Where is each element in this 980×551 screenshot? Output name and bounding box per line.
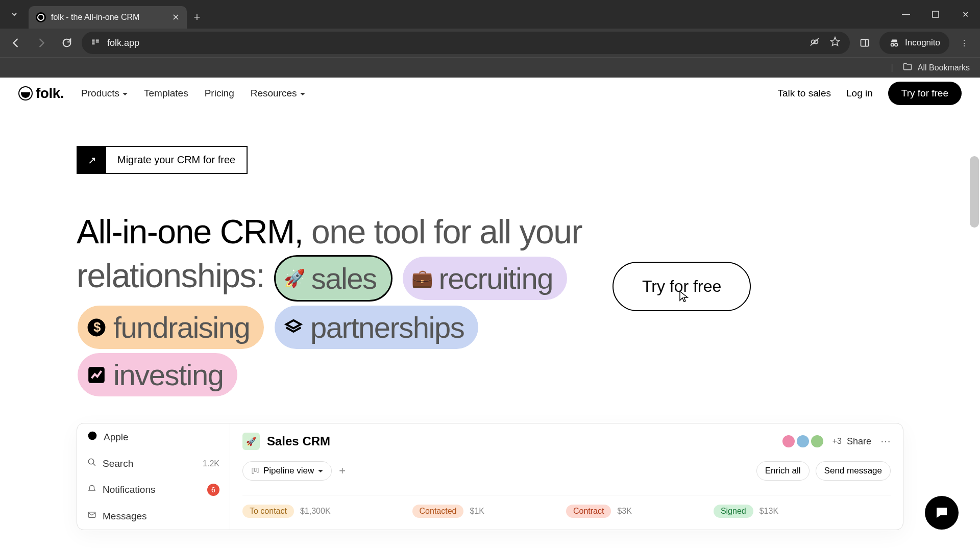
sidebar-messages[interactable]: Messages bbox=[77, 503, 230, 529]
login-link[interactable]: Log in bbox=[846, 88, 873, 99]
pipeline-view-selector[interactable]: Pipeline view bbox=[242, 461, 332, 481]
search-count: 1.2K bbox=[203, 459, 219, 468]
browser-tab-strip: folk - the All-in-one CRM ✕ + — ✕ bbox=[0, 0, 980, 29]
pill-recruiting-label: recruiting bbox=[438, 260, 553, 297]
svg-rect-5 bbox=[96, 41, 99, 42]
crm-rocket-icon: 🚀 bbox=[242, 433, 260, 450]
reload-button[interactable] bbox=[56, 32, 78, 54]
kanban-icon bbox=[251, 467, 259, 475]
svg-rect-4 bbox=[96, 39, 99, 40]
stage-amount: $13K bbox=[760, 507, 778, 516]
nav-products-label: Products bbox=[81, 88, 119, 99]
new-tab-button[interactable]: + bbox=[187, 6, 207, 29]
workspace-name: Apple bbox=[104, 432, 129, 443]
browser-tab[interactable]: folk - the All-in-one CRM ✕ bbox=[29, 6, 187, 29]
svg-line-19 bbox=[93, 464, 95, 466]
svg-point-18 bbox=[88, 459, 94, 465]
browser-menu-button[interactable]: ⋮ bbox=[953, 32, 975, 54]
all-bookmarks-link[interactable]: All Bookmarks bbox=[918, 63, 970, 72]
side-panel-button[interactable] bbox=[854, 32, 875, 54]
layers-icon bbox=[283, 317, 304, 338]
svg-rect-3 bbox=[92, 43, 94, 44]
workspace-logo-icon bbox=[87, 431, 97, 443]
preview-title: Sales CRM bbox=[267, 434, 330, 448]
tabs-dropdown-button[interactable] bbox=[0, 0, 29, 29]
pill-fundraising[interactable]: $ fundraising bbox=[78, 306, 264, 349]
maximize-button[interactable] bbox=[921, 0, 950, 29]
logo-text: folk. bbox=[36, 85, 64, 102]
pill-partnerships-label: partnerships bbox=[310, 309, 464, 346]
enrich-all-button[interactable]: Enrich all bbox=[756, 461, 810, 481]
site-logo[interactable]: folk. bbox=[18, 85, 64, 102]
sidebar-search[interactable]: Search 1.2K bbox=[77, 450, 230, 477]
nav-pricing[interactable]: Pricing bbox=[205, 88, 234, 99]
forward-button[interactable] bbox=[31, 32, 52, 54]
more-menu-button[interactable]: ⋯ bbox=[880, 435, 891, 447]
folder-icon bbox=[902, 62, 913, 74]
notifications-label: Notifications bbox=[103, 484, 156, 495]
migrate-crm-button[interactable]: ↗ Migrate your CRM for free bbox=[77, 146, 248, 174]
nav-resources[interactable]: Resources bbox=[251, 88, 305, 99]
cursor-icon bbox=[679, 290, 689, 304]
app-preview: Apple Search 1.2K Notifications 6 bbox=[77, 423, 903, 530]
svg-point-11 bbox=[891, 43, 894, 46]
pill-investing-label: investing bbox=[113, 356, 223, 393]
logo-mark-icon bbox=[18, 86, 33, 101]
talk-to-sales-link[interactable]: Talk to sales bbox=[777, 88, 831, 99]
chevron-down-icon bbox=[122, 88, 128, 99]
avatar bbox=[810, 434, 824, 448]
pill-investing[interactable]: investing bbox=[78, 353, 237, 396]
try-for-free-header-button[interactable]: Try for free bbox=[888, 82, 962, 105]
send-message-button[interactable]: Send message bbox=[816, 461, 891, 481]
chevron-down-icon bbox=[318, 466, 323, 476]
svg-rect-9 bbox=[861, 39, 869, 46]
share-button[interactable]: Share bbox=[847, 436, 871, 447]
browser-toolbar: folk.app Incognito ⋮ bbox=[0, 29, 980, 57]
hero-headline: All-in-one CRM, one tool for all your re… bbox=[77, 211, 582, 398]
rocket-icon: 🚀 bbox=[284, 268, 305, 289]
bookmark-star-icon[interactable] bbox=[829, 36, 841, 50]
chat-widget-button[interactable] bbox=[925, 496, 959, 530]
chart-up-icon bbox=[86, 364, 107, 386]
minimize-button[interactable]: — bbox=[891, 0, 921, 29]
site-settings-icon[interactable] bbox=[91, 37, 100, 49]
address-bar[interactable]: folk.app bbox=[82, 32, 850, 54]
incognito-indicator[interactable]: Incognito bbox=[879, 32, 949, 54]
tab-close-button[interactable]: ✕ bbox=[172, 12, 180, 23]
svg-rect-1 bbox=[92, 39, 94, 40]
migrate-label: Migrate your CRM for free bbox=[106, 147, 247, 173]
stage-name: Contract bbox=[566, 505, 611, 518]
notifications-badge: 6 bbox=[207, 484, 219, 496]
pipeline-columns: To contact $1,300K Contacted $1K Contrac… bbox=[242, 495, 891, 518]
preview-sidebar: Apple Search 1.2K Notifications 6 bbox=[77, 423, 230, 530]
tab-title: folk - the All-in-one CRM bbox=[51, 13, 139, 22]
briefcase-icon: 💼 bbox=[411, 268, 432, 289]
search-label: Search bbox=[103, 458, 133, 469]
svg-rect-2 bbox=[92, 41, 94, 42]
site-header: folk. Products Templates Pricing Resourc… bbox=[0, 78, 980, 109]
pipeline-view-label: Pipeline view bbox=[263, 466, 314, 476]
svg-rect-23 bbox=[257, 468, 258, 473]
close-window-button[interactable]: ✕ bbox=[950, 0, 980, 29]
back-button[interactable] bbox=[5, 32, 27, 54]
pill-partnerships[interactable]: partnerships bbox=[275, 306, 478, 349]
nav-products[interactable]: Products bbox=[81, 88, 128, 99]
pill-recruiting[interactable]: 💼 recruiting bbox=[403, 257, 567, 300]
try-for-free-hero-button[interactable]: Try for free bbox=[612, 262, 751, 311]
tab-favicon bbox=[36, 12, 46, 22]
url-text: folk.app bbox=[107, 38, 139, 48]
svg-point-12 bbox=[895, 43, 898, 46]
tracking-blocked-icon[interactable] bbox=[809, 36, 820, 50]
search-icon bbox=[87, 458, 96, 469]
svg-rect-0 bbox=[933, 11, 939, 17]
envelope-icon bbox=[87, 510, 96, 522]
workspace-switcher[interactable]: Apple bbox=[77, 423, 230, 450]
sidebar-notifications[interactable]: Notifications 6 bbox=[77, 477, 230, 503]
pill-sales[interactable]: 🚀 sales bbox=[274, 255, 393, 302]
pill-sales-label: sales bbox=[311, 260, 377, 297]
nav-templates[interactable]: Templates bbox=[144, 88, 188, 99]
add-view-button[interactable]: + bbox=[339, 464, 346, 478]
stage-amount: $1,300K bbox=[300, 507, 331, 516]
page-scrollbar[interactable] bbox=[970, 156, 979, 228]
pipeline-stage: Contract $3K bbox=[566, 505, 632, 518]
